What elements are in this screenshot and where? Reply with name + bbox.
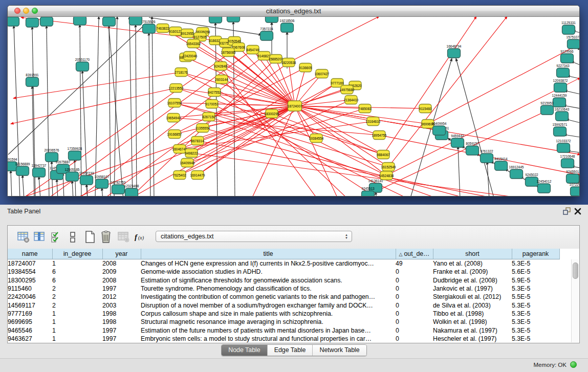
graph-node[interactable]: 18220538 — [281, 58, 296, 67]
graph-node[interactable]: 18954755 — [372, 131, 387, 140]
graph-node[interactable]: 14524838 — [379, 171, 394, 180]
graph-node[interactable]: 9242848 — [214, 62, 227, 71]
graph-edge[interactable] — [32, 86, 34, 196]
graph-node[interactable]: 2718176 — [175, 68, 188, 77]
graph-node[interactable]: 12323468 — [124, 184, 139, 196]
new-file-button[interactable] — [83, 230, 97, 244]
graph-node[interactable]: 16543362 — [186, 39, 201, 48]
graph-node[interactable]: 7463822 — [156, 24, 169, 33]
table-selector-dropdown[interactable]: citations_edges.txt ▲▼ — [156, 231, 352, 242]
graph-node[interactable]: 12444159 — [552, 94, 567, 107]
graph-edge[interactable] — [215, 23, 217, 196]
graph-node[interactable]: 10607427 — [315, 70, 330, 78]
graph-node[interactable]: 19218506 — [280, 19, 295, 32]
graph-edge[interactable] — [379, 135, 579, 175]
network-canvas[interactable]: 1872400774638229160123891295518226058912… — [8, 17, 579, 196]
table-row[interactable]: 977716911998Corpus callosum shape and si… — [8, 310, 559, 318]
graph-node[interactable]: 10975887 — [56, 160, 71, 173]
column-visibility-button[interactable] — [33, 230, 47, 244]
float-panel-icon[interactable] — [562, 207, 571, 215]
row-selection-button[interactable] — [50, 230, 63, 244]
graph-node[interactable]: 18724007 — [288, 101, 302, 111]
tab-edge-table[interactable]: Edge Table — [267, 345, 313, 356]
graph-node[interactable]: 17957233 — [79, 171, 94, 185]
graph-node[interactable]: 8427552 — [208, 88, 221, 97]
graph-node[interactable]: 16152549 — [381, 163, 396, 171]
graph-edge[interactable] — [11, 170, 12, 196]
graph-node[interactable]: 8391591 — [26, 73, 39, 86]
graph-edge[interactable] — [47, 26, 49, 196]
graph-node[interactable]: 17359928 — [68, 147, 82, 160]
table-row[interactable]: 2242004622012Investigating the contribut… — [8, 293, 559, 301]
graph-edge[interactable] — [198, 106, 295, 141]
graph-node[interactable]: 16912445 — [509, 165, 524, 179]
graph-edge[interactable] — [72, 181, 73, 196]
graph-edge[interactable] — [221, 66, 295, 106]
vertical-scrollbar[interactable] — [571, 259, 579, 342]
graph-node[interactable]: 7625402 — [173, 171, 186, 180]
graph-node[interactable]: 8056529 — [8, 17, 19, 26]
graph-node[interactable]: 9884067 — [377, 150, 390, 159]
graph-node[interactable]: 12213553 — [169, 84, 184, 93]
graph-node[interactable]: 16648794 — [447, 45, 462, 58]
graph-node[interactable]: 16409954 — [432, 122, 447, 135]
graph-node[interactable]: 11355554 — [195, 124, 210, 133]
graph-node[interactable]: 10958107 — [95, 175, 110, 188]
graph-node[interactable]: 12103372 — [556, 139, 571, 152]
graph-node[interactable]: 11125331 — [561, 21, 576, 34]
column-header-year[interactable]: year — [102, 249, 141, 259]
delete-button[interactable] — [99, 230, 113, 244]
graph-node[interactable]: 8267150 — [202, 113, 215, 121]
close-panel-icon[interactable] — [574, 207, 582, 215]
graph-node[interactable]: 9462744 — [40, 17, 53, 26]
table-row[interactable]: 946362711997Embryonic stem cells: a mode… — [8, 335, 559, 343]
graph-node[interactable]: 15751074 — [567, 35, 579, 49]
graph-node[interactable]: 9761322 — [480, 149, 493, 163]
graph-edge[interactable] — [289, 62, 295, 106]
graph-node[interactable]: 10722905 — [570, 183, 579, 196]
graph-node[interactable]: 16409948 — [180, 159, 195, 167]
graph-edge[interactable] — [456, 58, 494, 196]
graph-edge[interactable] — [57, 179, 58, 196]
graph-edge[interactable] — [23, 175, 24, 196]
graph-node[interactable]: 21364410 — [344, 96, 359, 104]
graph-edge[interactable] — [95, 17, 99, 196]
graph-node[interactable]: 7485083 — [358, 104, 372, 113]
graph-edge[interactable] — [289, 17, 379, 62]
graph-node[interactable]: 9552766 — [129, 17, 142, 25]
table-row[interactable]: 1872400712008Changes of HCN gene express… — [8, 259, 559, 268]
graph-edge[interactable] — [80, 25, 81, 196]
graph-node[interactable]: 20551170 — [75, 58, 90, 71]
column-header-out_de[interactable]: △out_de… — [396, 249, 433, 259]
graph-node[interactable]: 16107554 — [167, 99, 182, 107]
graph-edge[interactable] — [136, 25, 137, 196]
graph-node[interactable]: 9136605 — [299, 63, 312, 72]
graph-node[interactable]: 19384554 — [309, 134, 324, 143]
column-header-in_degree[interactable]: in_degree — [52, 249, 102, 259]
graph-edge[interactable] — [109, 26, 111, 196]
graph-node[interactable]: 19166857 — [167, 130, 182, 139]
graph-node[interactable]: 9245513 — [361, 187, 375, 196]
graph-node[interactable]: 19654943 — [166, 114, 181, 122]
graph-node[interactable]: 8813054 — [265, 17, 278, 23]
graph-node[interactable]: 9215953 — [540, 101, 554, 115]
graph-node[interactable]: 9459442 — [451, 134, 464, 147]
function-builder-button[interactable]: f(x) — [134, 230, 149, 244]
table-row[interactable]: 1456911722003Disruption of a novel membe… — [8, 301, 559, 309]
graph-edge[interactable] — [295, 106, 338, 196]
table-row[interactable]: 1938455462009Genome-wide association stu… — [8, 268, 559, 276]
graph-node[interactable]: 12505185 — [65, 168, 80, 181]
graph-node[interactable]: 2603144 — [215, 75, 228, 84]
graph-node[interactable]: 12454012 — [537, 180, 552, 193]
table-row[interactable]: 911546021997Tourette syndrome. Phenomeno… — [8, 285, 559, 293]
graph-node[interactable]: 12156889 — [15, 162, 30, 176]
graph-node[interactable]: 8454749 — [246, 46, 259, 54]
graph-edge[interactable] — [458, 146, 460, 196]
graph-edge[interactable] — [149, 33, 150, 196]
graph-node[interactable]: 8415414 — [494, 157, 508, 170]
graph-node[interactable]: 11381111 — [73, 17, 87, 25]
graph-node[interactable]: 16210643 — [555, 107, 570, 121]
graph-node[interactable]: 16914479 — [190, 171, 205, 180]
graph-node[interactable]: 8678314 — [191, 137, 204, 145]
graph-node[interactable]: 9160123 — [169, 27, 182, 36]
